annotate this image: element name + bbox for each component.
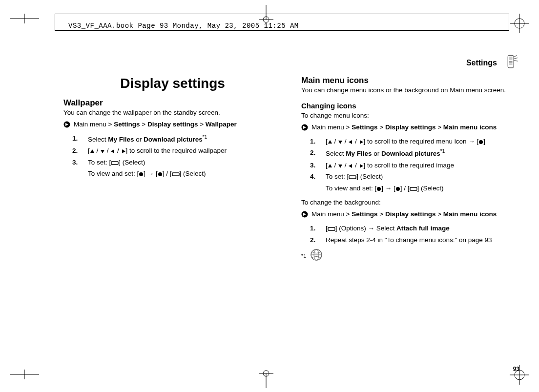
center-icon (376, 186, 381, 191)
svg-point-24 (158, 172, 162, 176)
step-item: 3. To set: [] (Select) To view and set: … (72, 158, 282, 179)
mmicons-steps: 1. [ / / / ] to scroll to the required m… (310, 137, 519, 193)
center-icon (395, 186, 400, 191)
center-icon (158, 172, 163, 177)
mmicons-lead: You can change menu icons or the backgro… (301, 86, 519, 94)
arrow-bullet-icon (63, 120, 71, 131)
phone-icon (503, 54, 519, 72)
softkey-icon (349, 175, 356, 180)
footnote: *1 (301, 248, 519, 263)
crop-mark-tl (10, 14, 39, 23)
svg-point-27 (479, 140, 483, 144)
wallpaper-path: Main menu > Settings > Display settings … (63, 120, 282, 131)
footnote-label: *1 (301, 253, 306, 259)
softkey-icon (410, 186, 417, 191)
step-number: 3. (72, 158, 81, 179)
arrow-bullet-icon (301, 210, 309, 221)
left-icon (110, 149, 115, 154)
mmicons-heading: Main menu icons (301, 76, 519, 85)
step-item: 2. Repeat steps 2-4 in "To change menu i… (310, 235, 519, 245)
step-item: 1. Select My Files or Download pictures*… (72, 134, 282, 144)
svg-point-5 (515, 19, 524, 28)
changing-icons-heading: Changing icons (301, 102, 519, 110)
down-icon (338, 140, 343, 144)
wallpaper-steps: 1. Select My Files or Download pictures*… (72, 134, 282, 179)
softkey-icon (328, 227, 335, 231)
softkey-icon (111, 161, 119, 165)
right-icon (359, 164, 364, 168)
left-column: Display settings Wallpaper You can chang… (63, 76, 282, 263)
running-head: VS3_VF_AAA.book Page 93 Monday, May 23, … (68, 22, 299, 30)
step-item: 1. [ / / / ] to scroll to the required m… (310, 137, 519, 146)
right-icon (121, 149, 126, 154)
globe-icon (310, 248, 323, 263)
wallpaper-heading: Wallpaper (63, 98, 282, 108)
svg-point-30 (396, 187, 400, 191)
sep: > (200, 121, 204, 128)
change-background-heading: To change the background: (301, 199, 519, 206)
svg-point-11 (263, 371, 269, 376)
frame-mid-line (55, 30, 509, 31)
step-number: 2. (72, 146, 81, 156)
step-number: 1. (72, 134, 81, 144)
svg-rect-33 (328, 227, 335, 230)
mmicons-bg-path: Main menu > Settings > Display settings … (301, 210, 519, 221)
right-column: Main menu icons You can change menu icon… (301, 76, 519, 263)
page-content: VS3_VF_AAA.book Page 93 Monday, May 23, … (63, 49, 519, 363)
step-item: 3. [ / / / ] to scroll to the required i… (310, 161, 519, 170)
crop-mark-tr (510, 14, 529, 33)
crop-mark-bc (259, 369, 273, 388)
center-icon (139, 172, 144, 177)
path-text: Settings (114, 121, 140, 128)
header: Settings (466, 54, 519, 72)
mmicons-bg-steps: 1. [] (Options) → Select Attach full ima… (310, 224, 519, 245)
page-title: Display settings (63, 76, 282, 91)
up-icon (328, 164, 332, 168)
page-number: 93 (513, 366, 519, 372)
arrow-bullet-icon (301, 123, 309, 134)
softkey-icon (172, 172, 180, 177)
svg-rect-28 (349, 176, 356, 179)
step-item: 2. [ / / / ] to scroll to the required w… (72, 146, 282, 156)
step-item: 4. To set: [] (Select) To view and set: … (310, 172, 519, 193)
crop-mark-tc (259, 5, 273, 24)
sep: > (142, 121, 145, 128)
step-item: 1. [] (Options) → Select Attach full ima… (310, 224, 519, 233)
down-icon (338, 164, 343, 168)
frame-right-line (509, 14, 509, 30)
center-icon (478, 140, 483, 144)
left-icon (348, 140, 353, 144)
crop-mark-bl (10, 370, 39, 379)
svg-rect-31 (410, 187, 417, 190)
svg-point-23 (139, 172, 143, 176)
frame-left-line (55, 14, 55, 30)
path-text: Display settings (147, 121, 198, 128)
svg-rect-22 (111, 162, 118, 165)
change-menu-icons-heading: To change menu icons: (301, 112, 519, 119)
right-icon (359, 140, 364, 144)
frame-top-line (55, 14, 509, 14)
up-icon (90, 149, 95, 154)
svg-rect-17 (509, 57, 513, 60)
svg-rect-25 (172, 173, 179, 176)
header-title: Settings (466, 59, 497, 67)
path-text: Wallpaper (206, 121, 237, 128)
down-icon (100, 149, 105, 154)
svg-point-29 (377, 187, 381, 191)
step-item: 2. Select My Files or Download pictures*… (310, 148, 519, 158)
path-text: Main menu (74, 121, 106, 128)
mmicons-path: Main menu > Settings > Display settings … (301, 123, 519, 134)
left-icon (348, 164, 353, 168)
wallpaper-lead: You can change the wallpaper on the stan… (63, 109, 282, 116)
up-icon (328, 140, 332, 144)
sep: > (108, 121, 112, 128)
